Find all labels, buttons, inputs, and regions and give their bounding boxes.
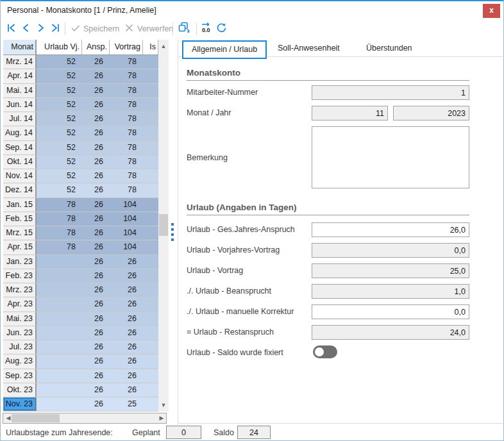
horizontal-scrollbar-thumb[interactable] bbox=[12, 414, 60, 422]
value-cell[interactable]: 104 bbox=[110, 198, 143, 212]
table-row[interactable]: Mrz. 232626 bbox=[3, 283, 169, 297]
value-cell[interactable] bbox=[143, 340, 158, 354]
value-cell[interactable]: 26 bbox=[110, 255, 143, 269]
saldo-fixiert-toggle[interactable] bbox=[313, 345, 337, 358]
value-cell[interactable]: 26 bbox=[110, 340, 143, 354]
value-cell[interactable] bbox=[143, 383, 158, 397]
field-input[interactable] bbox=[312, 106, 388, 121]
value-cell[interactable] bbox=[37, 326, 82, 340]
month-cell[interactable]: Apr. 23 bbox=[3, 297, 37, 311]
value-cell[interactable]: 52 bbox=[37, 169, 82, 183]
value-cell[interactable] bbox=[143, 212, 158, 226]
nav-first-button[interactable] bbox=[6, 21, 17, 37]
value-cell[interactable]: 52 bbox=[37, 183, 82, 197]
value-cell[interactable]: 26 bbox=[82, 98, 110, 112]
value-cell[interactable]: 26 bbox=[110, 297, 143, 311]
value-cell[interactable] bbox=[37, 369, 82, 383]
month-cell[interactable]: Sep. 14 bbox=[3, 141, 37, 154]
value-cell[interactable] bbox=[37, 354, 82, 368]
table-row[interactable]: Jul. 232626 bbox=[3, 340, 169, 354]
value-cell[interactable]: 78 bbox=[110, 183, 143, 197]
table-row[interactable]: Dez. 14522678 bbox=[3, 183, 169, 197]
table-row[interactable]: Mrz. 14522678 bbox=[3, 55, 169, 69]
table-row[interactable]: Apr. 157826104 bbox=[3, 240, 169, 254]
value-cell[interactable] bbox=[37, 283, 82, 297]
value-cell[interactable] bbox=[143, 255, 158, 269]
month-cell[interactable]: Mai. 14 bbox=[3, 84, 37, 97]
nav-next-button[interactable] bbox=[35, 21, 46, 37]
value-cell[interactable]: 52 bbox=[37, 112, 82, 126]
field-input[interactable] bbox=[393, 106, 469, 121]
value-cell[interactable]: 26 bbox=[82, 141, 110, 154]
geplant-value-field[interactable] bbox=[166, 426, 201, 439]
value-cell[interactable]: 26 bbox=[82, 240, 110, 254]
table-row[interactable]: Sep. 14522678 bbox=[3, 141, 169, 155]
month-cell[interactable]: Sep. 23 bbox=[3, 369, 37, 383]
bemerkung-textarea[interactable] bbox=[312, 126, 469, 188]
value-cell[interactable]: 78 bbox=[37, 212, 82, 226]
refresh-button[interactable] bbox=[215, 21, 228, 37]
value-cell[interactable] bbox=[143, 283, 158, 297]
table-row[interactable]: Mai. 232626 bbox=[3, 312, 169, 326]
column-header-is[interactable]: Is bbox=[143, 40, 158, 54]
value-cell[interactable] bbox=[37, 397, 82, 411]
value-cell[interactable]: 78 bbox=[37, 240, 82, 254]
value-cell[interactable]: 78 bbox=[37, 226, 82, 240]
value-cell[interactable] bbox=[143, 226, 158, 240]
field-input[interactable] bbox=[312, 243, 469, 258]
value-cell[interactable]: 26 bbox=[82, 226, 110, 240]
month-cell[interactable]: Feb. 23 bbox=[3, 269, 37, 283]
value-cell[interactable]: 26 bbox=[82, 326, 110, 340]
close-button[interactable]: x bbox=[483, 4, 500, 18]
value-cell[interactable]: 26 bbox=[82, 112, 110, 126]
value-cell[interactable] bbox=[143, 354, 158, 368]
scroll-up-icon[interactable]: ▲ bbox=[158, 41, 169, 51]
month-cell[interactable]: Mrz. 14 bbox=[3, 55, 37, 69]
value-cell[interactable]: 78 bbox=[110, 55, 143, 69]
value-cell[interactable] bbox=[143, 169, 158, 183]
nav-last-button[interactable] bbox=[50, 21, 61, 37]
value-cell[interactable]: 26 bbox=[82, 369, 110, 383]
month-cell[interactable]: Apr. 15 bbox=[3, 240, 37, 254]
value-cell[interactable] bbox=[143, 198, 158, 212]
table-row[interactable]: Apr. 232626 bbox=[3, 297, 169, 312]
value-cell[interactable] bbox=[37, 297, 82, 311]
value-cell[interactable]: 26 bbox=[82, 169, 110, 183]
tab-soll-anwesenheit[interactable]: Soll-Anwesenheit bbox=[278, 40, 340, 56]
value-cell[interactable] bbox=[143, 297, 158, 311]
value-cell[interactable]: 104 bbox=[110, 240, 143, 254]
table-row[interactable]: Jan. 232626 bbox=[3, 255, 169, 269]
value-cell[interactable] bbox=[143, 126, 158, 140]
value-cell[interactable]: 26 bbox=[82, 183, 110, 197]
save-button[interactable]: Speichern bbox=[70, 21, 119, 37]
field-input[interactable] bbox=[312, 304, 469, 319]
value-cell[interactable]: 26 bbox=[82, 397, 110, 411]
column-header-monat[interactable]: Monat bbox=[3, 40, 37, 54]
nav-previous-button[interactable] bbox=[21, 21, 31, 37]
value-cell[interactable]: 26 bbox=[82, 55, 110, 69]
table-row[interactable]: Mrz. 157826104 bbox=[3, 226, 169, 240]
value-cell[interactable] bbox=[143, 369, 158, 383]
table-row[interactable]: Aug. 232626 bbox=[3, 354, 169, 369]
value-cell[interactable] bbox=[143, 183, 158, 197]
value-cell[interactable] bbox=[143, 240, 158, 254]
table-row[interactable]: Nov. 232625 bbox=[3, 397, 169, 412]
value-cell[interactable] bbox=[37, 340, 82, 354]
value-cell[interactable]: 26 bbox=[82, 269, 110, 283]
value-cell[interactable]: 104 bbox=[110, 212, 143, 226]
field-input[interactable] bbox=[312, 85, 469, 100]
vertical-scrollbar-thumb[interactable] bbox=[159, 214, 168, 236]
value-cell[interactable] bbox=[37, 383, 82, 397]
value-cell[interactable]: 52 bbox=[37, 126, 82, 140]
value-cell[interactable]: 78 bbox=[110, 126, 143, 140]
value-cell[interactable]: 52 bbox=[37, 98, 82, 112]
value-cell[interactable]: 78 bbox=[110, 69, 143, 83]
value-cell[interactable]: 26 bbox=[110, 312, 143, 326]
value-cell[interactable] bbox=[37, 312, 82, 326]
value-cell[interactable]: 104 bbox=[110, 226, 143, 240]
field-input[interactable] bbox=[312, 325, 469, 340]
value-cell[interactable]: 26 bbox=[82, 255, 110, 269]
month-cell[interactable]: Mai. 23 bbox=[3, 312, 37, 326]
value-cell[interactable]: 26 bbox=[82, 126, 110, 140]
value-cell[interactable]: 26 bbox=[110, 326, 143, 340]
